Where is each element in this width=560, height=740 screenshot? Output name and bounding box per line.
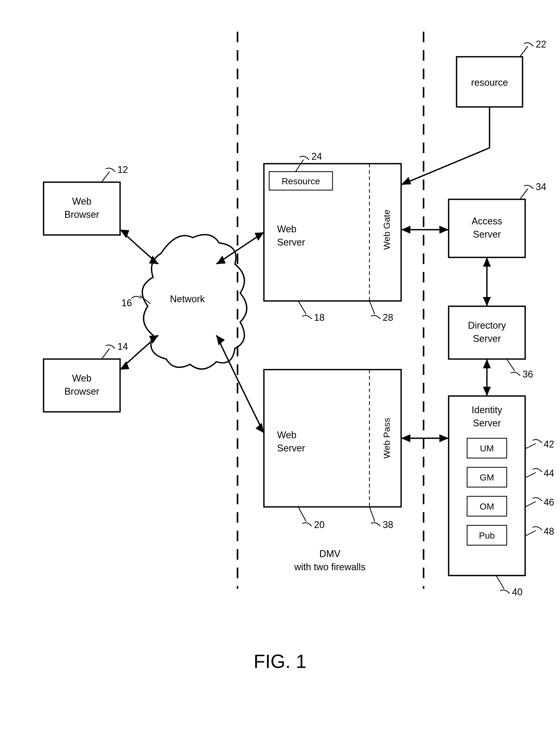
svg-marker-22: [439, 226, 449, 234]
directory-ref: 36: [523, 369, 533, 380]
om-ref: 46: [544, 497, 554, 508]
identity-ref: 40: [512, 587, 523, 597]
um-label: UM: [480, 443, 494, 453]
dmz-line1: DMV: [319, 548, 340, 559]
web-browser-2-l1: Web: [72, 373, 91, 384]
resource-box: resource 22: [457, 39, 546, 148]
access-l2: Server: [473, 229, 501, 240]
svg-marker-21: [401, 226, 410, 234]
directory-l1: Directory: [468, 320, 506, 331]
web-server-2-ref: 20: [314, 519, 325, 530]
svg-rect-8: [449, 199, 525, 257]
web-browser-1: Web Browser 12: [43, 164, 128, 235]
web-browser-2-l2: Browser: [65, 386, 99, 397]
identity-l2: Server: [473, 418, 501, 429]
svg-marker-16: [255, 232, 264, 241]
svg-marker-25: [483, 297, 491, 306]
conn-network-ws1: [216, 232, 264, 264]
web-server-2-l2: Server: [277, 443, 305, 454]
web-server-2: Web Pass Web Server 20 38: [264, 370, 401, 530]
inner-resource-label: Resource: [282, 176, 320, 186]
web-browser-2: Web Browser 14: [43, 341, 128, 412]
conn-network-ws2: [216, 335, 264, 433]
svg-marker-15: [216, 256, 226, 264]
access-ref: 34: [536, 181, 546, 192]
web-server-2-l1: Web: [277, 430, 296, 440]
svg-marker-30: [401, 434, 410, 442]
conn-directory-identity: [483, 359, 491, 396]
conn-access-directory: [483, 257, 491, 306]
web-browser-1-l1: Web: [72, 196, 91, 207]
svg-marker-28: [483, 387, 491, 396]
conn-browser2-network: [120, 335, 158, 370]
network-cloud: Network 16: [121, 235, 247, 369]
web-server-1-l1: Web: [277, 223, 296, 235]
identity-l1: Identity: [472, 404, 502, 415]
web-pass-ref: 38: [383, 519, 393, 530]
svg-rect-2: [43, 182, 120, 235]
conn-browser1-network: [120, 230, 158, 264]
gm-label: GM: [480, 472, 494, 482]
svg-rect-3: [43, 359, 120, 412]
web-browser-1-l2: Browser: [65, 209, 99, 220]
conn-ws2-identity: [401, 434, 449, 442]
network-label: Network: [170, 294, 205, 304]
access-server: Access Server 34: [449, 181, 546, 257]
web-pass-label: Web Pass: [381, 418, 391, 459]
om-label: OM: [480, 501, 494, 512]
svg-marker-27: [483, 359, 491, 368]
directory-server: Directory Server 36: [449, 306, 533, 380]
web-browser-2-ref: 14: [117, 341, 128, 352]
svg-marker-19: [401, 177, 411, 185]
identity-server: Identity Server UM 42 GM 44 OM 46 Pub 48…: [449, 396, 554, 597]
directory-l2: Server: [473, 333, 501, 344]
web-browser-1-ref: 12: [117, 164, 128, 175]
web-gate-label: Web Gate: [381, 210, 391, 250]
web-server-1-ref: 18: [314, 312, 325, 323]
pub-ref: 48: [544, 526, 554, 537]
svg-marker-24: [483, 257, 491, 267]
network-ref: 16: [121, 297, 132, 308]
um-ref: 42: [544, 439, 554, 450]
figure-caption: FIG. 1: [254, 651, 306, 672]
inner-resource-ref: 24: [311, 151, 322, 162]
resource-label: resource: [471, 77, 508, 88]
diagram-canvas: resource 22 Web Browser 12 Web Browser 1…: [0, 0, 560, 740]
svg-rect-9: [449, 306, 525, 359]
gm-ref: 44: [544, 468, 554, 479]
pub-label: Pub: [479, 530, 495, 540]
conn-resource-ws1: [401, 148, 489, 185]
resource-ref: 22: [536, 39, 546, 50]
svg-marker-31: [439, 434, 449, 442]
conn-ws1-access: [401, 226, 449, 234]
web-server-1: Web Gate Web Server Resource 24 18 28: [264, 151, 401, 323]
web-gate-ref: 28: [383, 312, 393, 323]
access-l1: Access: [472, 216, 502, 226]
dmz-line2: with two firewalls: [294, 562, 365, 572]
web-server-1-l2: Server: [277, 237, 305, 248]
